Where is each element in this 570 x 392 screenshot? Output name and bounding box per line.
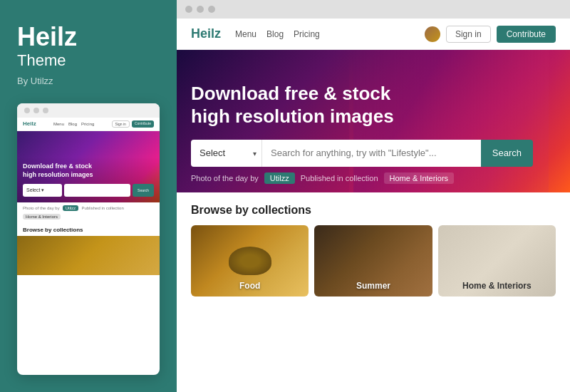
mini-dot-2 bbox=[33, 108, 39, 113]
hero-section: Download free & stockhigh resolution ima… bbox=[177, 50, 570, 192]
left-panel: Heilz Theme By Utilzz Heilz Menu Blog Pr… bbox=[0, 0, 177, 392]
site-nav: Heilz Menu Blog Pricing Sign in Contribu… bbox=[177, 19, 570, 50]
mini-nav: Heilz Menu Blog Pricing Sign in Contribu… bbox=[17, 118, 160, 131]
nav-link-menu[interactable]: Menu bbox=[235, 29, 256, 39]
mini-signin-btn: Sign in bbox=[112, 120, 130, 128]
mini-tag-home: Home & Interiors bbox=[23, 214, 61, 220]
photo-of-day-label: Photo of the day by bbox=[191, 174, 259, 182]
mini-tag-utilzz: Utilzz bbox=[63, 205, 79, 211]
mini-contribute-btn: Contribute bbox=[132, 120, 154, 128]
collection-card-food[interactable]: Food bbox=[191, 225, 309, 296]
mini-nav-pricing: Pricing bbox=[81, 122, 94, 126]
mini-nav-blog: Blog bbox=[68, 122, 77, 126]
published-in-label: Published in collection bbox=[301, 174, 378, 182]
brand-subtitle: Theme bbox=[17, 51, 160, 70]
brand-by: By Utilzz bbox=[17, 76, 160, 86]
collections-section: Browse by collections Food Summer Home &… bbox=[177, 192, 570, 392]
mini-hero: Download free & stockhigh resolution ima… bbox=[17, 131, 160, 202]
mini-collections-title: Browse by collections bbox=[17, 222, 160, 236]
mini-nav-menu: Menu bbox=[53, 122, 64, 126]
nav-link-blog[interactable]: Blog bbox=[266, 29, 284, 39]
browser-chrome bbox=[177, 0, 570, 19]
browser-dot-2 bbox=[197, 6, 204, 13]
browser-dot-3 bbox=[208, 6, 215, 13]
site-logo: Heilz bbox=[191, 26, 221, 41]
mini-nav-logo: Heilz bbox=[23, 120, 36, 127]
category-select[interactable]: Select Nature Food Lifestyle Architectur… bbox=[191, 140, 262, 167]
mini-hero-title: Download free & stockhigh resolution ima… bbox=[23, 163, 154, 179]
site-nav-left: Heilz Menu Blog Pricing bbox=[191, 26, 320, 41]
collection-card-summer[interactable]: Summer bbox=[314, 225, 432, 296]
collection-summer-label: Summer bbox=[356, 281, 390, 291]
signin-button[interactable]: Sign in bbox=[446, 26, 491, 43]
brand-title: Heilz bbox=[17, 23, 160, 51]
collections-title: Browse by collections bbox=[191, 204, 556, 217]
hero-tags: Photo of the day by Utilzz Published in … bbox=[191, 172, 454, 184]
nav-link-pricing[interactable]: Pricing bbox=[294, 29, 320, 39]
mini-dot-1 bbox=[24, 108, 30, 113]
search-input[interactable] bbox=[262, 140, 481, 167]
mini-nav-buttons: Sign in Contribute bbox=[112, 120, 154, 128]
collection-interiors-label: Home & Interiors bbox=[462, 281, 532, 291]
mini-dot-3 bbox=[43, 108, 48, 113]
hero-title: Download free & stockhigh resolution ima… bbox=[191, 82, 433, 128]
browser-dot-1 bbox=[185, 6, 192, 13]
collection-tag: Home & Interiors bbox=[384, 172, 455, 184]
photo-by-tag: Utilzz bbox=[264, 172, 295, 184]
hero-search-bar: Select Nature Food Lifestyle Architectur… bbox=[191, 140, 533, 167]
mini-search-row: Select ▾ Search bbox=[23, 184, 154, 197]
food-bowl-decoration bbox=[229, 247, 271, 275]
mini-nav-links: Menu Blog Pricing bbox=[53, 122, 94, 126]
right-panel: Heilz Menu Blog Pricing Sign in Contribu… bbox=[177, 0, 570, 392]
contribute-button[interactable]: Contribute bbox=[497, 26, 556, 43]
mini-hero-overlay: Download free & stockhigh resolution ima… bbox=[17, 157, 160, 202]
site-nav-right: Sign in Contribute bbox=[425, 26, 556, 43]
mini-search-input bbox=[64, 184, 130, 197]
mini-collection-food bbox=[17, 236, 160, 275]
site-nav-links: Menu Blog Pricing bbox=[235, 29, 320, 39]
mini-tags-row: Photo of the day by Utilzz Published in … bbox=[17, 202, 160, 222]
mini-search-btn: Search bbox=[133, 184, 154, 197]
mini-browser-preview: Heilz Menu Blog Pricing Sign in Contribu… bbox=[17, 103, 160, 375]
mini-select: Select ▾ bbox=[23, 184, 62, 197]
search-button[interactable]: Search bbox=[481, 140, 533, 167]
collection-food-label: Food bbox=[239, 281, 260, 291]
collection-grid: Food Summer Home & Interiors bbox=[191, 225, 556, 296]
mini-collection-img bbox=[17, 236, 160, 275]
mini-browser-chrome bbox=[17, 103, 160, 118]
collection-card-interiors[interactable]: Home & Interiors bbox=[438, 225, 556, 296]
hero-select-wrap: Select Nature Food Lifestyle Architectur… bbox=[191, 140, 262, 167]
avatar bbox=[425, 26, 440, 42]
